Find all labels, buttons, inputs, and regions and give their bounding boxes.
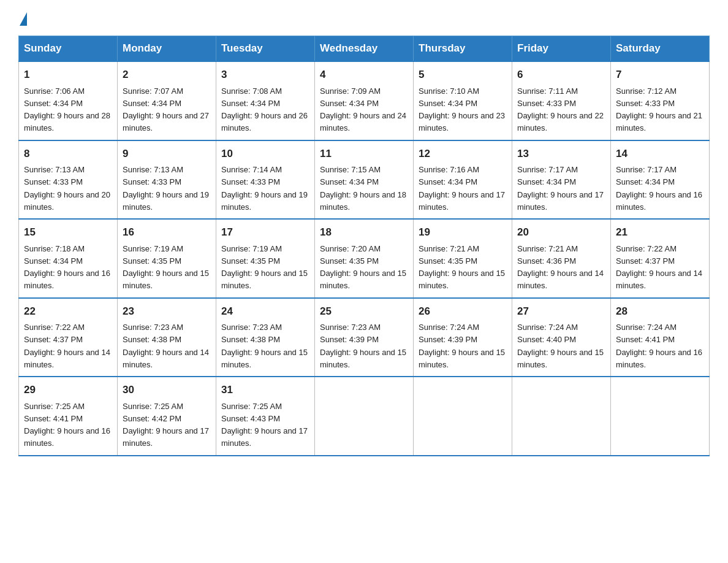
cell-info: Sunrise: 7:10 AMSunset: 4:34 PMDaylight:… [419, 86, 505, 133]
cell-info: Sunrise: 7:25 AMSunset: 4:43 PMDaylight:… [221, 402, 308, 448]
calendar-cell: 30 Sunrise: 7:25 AMSunset: 4:42 PMDaylig… [118, 377, 216, 456]
calendar-cell [512, 377, 611, 456]
cell-info: Sunrise: 7:07 AMSunset: 4:34 PMDaylight:… [123, 86, 209, 133]
calendar-cell [414, 377, 512, 456]
calendar-cell: 29 Sunrise: 7:25 AMSunset: 4:41 PMDaylig… [19, 377, 118, 456]
calendar-cell: 5 Sunrise: 7:10 AMSunset: 4:34 PMDayligh… [414, 61, 512, 140]
calendar-cell: 22 Sunrise: 7:22 AMSunset: 4:37 PMDaylig… [19, 298, 118, 377]
calendar-cell: 19 Sunrise: 7:21 AMSunset: 4:35 PMDaylig… [414, 219, 512, 298]
cell-info: Sunrise: 7:17 AMSunset: 4:34 PMDaylight:… [616, 165, 702, 212]
day-number: 2 [123, 67, 211, 83]
calendar-cell: 4 Sunrise: 7:09 AMSunset: 4:34 PMDayligh… [315, 61, 414, 140]
calendar-cell: 27 Sunrise: 7:24 AMSunset: 4:40 PMDaylig… [512, 298, 611, 377]
calendar-cell: 21 Sunrise: 7:22 AMSunset: 4:37 PMDaylig… [611, 219, 710, 298]
calendar-cell: 26 Sunrise: 7:24 AMSunset: 4:39 PMDaylig… [414, 298, 512, 377]
calendar-header-row: SundayMondayTuesdayWednesdayThursdayFrid… [19, 36, 710, 62]
calendar-cell: 16 Sunrise: 7:19 AMSunset: 4:35 PMDaylig… [118, 219, 216, 298]
day-number: 3 [221, 67, 309, 83]
column-header-wednesday: Wednesday [315, 36, 414, 62]
cell-info: Sunrise: 7:15 AMSunset: 4:34 PMDaylight:… [320, 165, 406, 212]
calendar-cell: 9 Sunrise: 7:13 AMSunset: 4:33 PMDayligh… [118, 140, 216, 220]
day-number: 24 [221, 304, 309, 320]
calendar-cell: 10 Sunrise: 7:14 AMSunset: 4:33 PMDaylig… [216, 140, 315, 220]
calendar-cell: 3 Sunrise: 7:08 AMSunset: 4:34 PMDayligh… [216, 61, 315, 140]
cell-info: Sunrise: 7:14 AMSunset: 4:33 PMDaylight:… [221, 165, 308, 212]
cell-info: Sunrise: 7:13 AMSunset: 4:33 PMDaylight:… [24, 165, 110, 212]
day-number: 21 [616, 224, 704, 240]
day-number: 9 [123, 146, 211, 162]
day-number: 20 [517, 224, 605, 240]
calendar-cell: 15 Sunrise: 7:18 AMSunset: 4:34 PMDaylig… [19, 219, 118, 298]
day-number: 12 [419, 146, 507, 162]
week-row-4: 22 Sunrise: 7:22 AMSunset: 4:37 PMDaylig… [19, 298, 710, 377]
day-number: 23 [123, 304, 211, 320]
day-number: 5 [419, 67, 507, 83]
cell-info: Sunrise: 7:19 AMSunset: 4:35 PMDaylight:… [221, 244, 308, 291]
day-number: 19 [419, 224, 507, 240]
cell-info: Sunrise: 7:25 AMSunset: 4:41 PMDaylight:… [24, 402, 110, 448]
cell-info: Sunrise: 7:12 AMSunset: 4:33 PMDaylight:… [616, 86, 702, 133]
calendar-cell [611, 377, 710, 456]
column-header-thursday: Thursday [414, 36, 512, 62]
cell-info: Sunrise: 7:20 AMSunset: 4:35 PMDaylight:… [320, 244, 406, 291]
day-number: 15 [24, 224, 112, 240]
day-number: 13 [517, 146, 605, 162]
calendar-cell: 17 Sunrise: 7:19 AMSunset: 4:35 PMDaylig… [216, 219, 315, 298]
cell-info: Sunrise: 7:06 AMSunset: 4:34 PMDaylight:… [24, 86, 110, 133]
cell-info: Sunrise: 7:24 AMSunset: 4:41 PMDaylight:… [616, 323, 702, 369]
day-number: 17 [221, 224, 309, 240]
cell-info: Sunrise: 7:23 AMSunset: 4:38 PMDaylight:… [221, 323, 308, 369]
day-number: 31 [221, 382, 309, 398]
day-number: 4 [320, 67, 408, 83]
day-number: 14 [616, 146, 704, 162]
day-number: 8 [24, 146, 112, 162]
cell-info: Sunrise: 7:18 AMSunset: 4:34 PMDaylight:… [24, 244, 110, 291]
week-row-2: 8 Sunrise: 7:13 AMSunset: 4:33 PMDayligh… [19, 140, 710, 220]
calendar-cell: 24 Sunrise: 7:23 AMSunset: 4:38 PMDaylig… [216, 298, 315, 377]
week-row-1: 1 Sunrise: 7:06 AMSunset: 4:34 PMDayligh… [19, 61, 710, 140]
cell-info: Sunrise: 7:19 AMSunset: 4:35 PMDaylight:… [123, 244, 209, 291]
cell-info: Sunrise: 7:21 AMSunset: 4:35 PMDaylight:… [419, 244, 505, 291]
cell-info: Sunrise: 7:09 AMSunset: 4:34 PMDaylight:… [320, 86, 406, 133]
day-number: 7 [616, 67, 704, 83]
cell-info: Sunrise: 7:23 AMSunset: 4:39 PMDaylight:… [320, 323, 406, 369]
calendar-cell: 13 Sunrise: 7:17 AMSunset: 4:34 PMDaylig… [512, 140, 611, 220]
day-number: 25 [320, 304, 408, 320]
calendar-cell: 18 Sunrise: 7:20 AMSunset: 4:35 PMDaylig… [315, 219, 414, 298]
calendar-cell: 31 Sunrise: 7:25 AMSunset: 4:43 PMDaylig… [216, 377, 315, 456]
calendar-cell: 23 Sunrise: 7:23 AMSunset: 4:38 PMDaylig… [118, 298, 216, 377]
column-header-saturday: Saturday [611, 36, 710, 62]
column-header-tuesday: Tuesday [216, 36, 315, 62]
page-header [18, 12, 710, 23]
cell-info: Sunrise: 7:11 AMSunset: 4:33 PMDaylight:… [517, 86, 604, 133]
week-row-5: 29 Sunrise: 7:25 AMSunset: 4:41 PMDaylig… [19, 377, 710, 456]
day-number: 11 [320, 146, 408, 162]
calendar-cell: 14 Sunrise: 7:17 AMSunset: 4:34 PMDaylig… [611, 140, 710, 220]
column-header-friday: Friday [512, 36, 611, 62]
calendar-cell: 12 Sunrise: 7:16 AMSunset: 4:34 PMDaylig… [414, 140, 512, 220]
day-number: 18 [320, 224, 408, 240]
calendar-cell: 7 Sunrise: 7:12 AMSunset: 4:33 PMDayligh… [611, 61, 710, 140]
logo-triangle-icon [20, 12, 27, 26]
day-number: 1 [24, 67, 112, 83]
calendar-cell: 2 Sunrise: 7:07 AMSunset: 4:34 PMDayligh… [118, 61, 216, 140]
column-header-monday: Monday [118, 36, 216, 62]
cell-info: Sunrise: 7:13 AMSunset: 4:33 PMDaylight:… [123, 165, 209, 212]
day-number: 10 [221, 146, 309, 162]
cell-info: Sunrise: 7:22 AMSunset: 4:37 PMDaylight:… [616, 244, 702, 291]
cell-info: Sunrise: 7:16 AMSunset: 4:34 PMDaylight:… [419, 165, 505, 212]
day-number: 29 [24, 382, 112, 398]
calendar-cell: 20 Sunrise: 7:21 AMSunset: 4:36 PMDaylig… [512, 219, 611, 298]
calendar-table: SundayMondayTuesdayWednesdayThursdayFrid… [18, 36, 710, 456]
cell-info: Sunrise: 7:21 AMSunset: 4:36 PMDaylight:… [517, 244, 604, 291]
cell-info: Sunrise: 7:23 AMSunset: 4:38 PMDaylight:… [123, 323, 209, 369]
calendar-cell [315, 377, 414, 456]
day-number: 26 [419, 304, 507, 320]
logo-text [18, 12, 28, 26]
column-header-sunday: Sunday [19, 36, 118, 62]
calendar-cell: 1 Sunrise: 7:06 AMSunset: 4:34 PMDayligh… [19, 61, 118, 140]
cell-info: Sunrise: 7:24 AMSunset: 4:40 PMDaylight:… [517, 323, 604, 369]
cell-info: Sunrise: 7:22 AMSunset: 4:37 PMDaylight:… [24, 323, 110, 369]
day-number: 22 [24, 304, 112, 320]
cell-info: Sunrise: 7:24 AMSunset: 4:39 PMDaylight:… [419, 323, 505, 369]
